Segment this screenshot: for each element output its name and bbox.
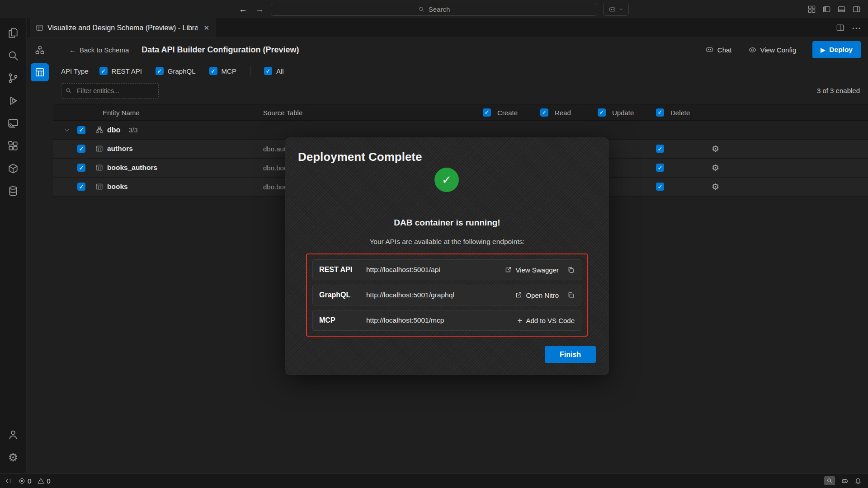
api-type-rest[interactable]: REST API (99, 67, 142, 75)
all-checkbox[interactable] (264, 67, 272, 75)
group-checkbox[interactable] (77, 126, 85, 134)
endpoint-label: MCP (319, 316, 366, 324)
remote-indicator-icon[interactable] (5, 478, 12, 484)
warnings-status[interactable]: 0 (38, 477, 50, 485)
api-type-label: API Type (61, 67, 89, 75)
back-arrow-icon: ← (69, 46, 76, 54)
settings-button[interactable]: ⚙ (2, 446, 24, 469)
cube-icon (7, 163, 19, 174)
rest-api-label: REST API (112, 67, 142, 75)
deploy-button[interactable]: ▶ Deploy (812, 41, 861, 58)
split-editor-icon[interactable] (836, 23, 844, 32)
notifications-bell-icon[interactable] (854, 477, 862, 484)
deploy-label: Deploy (829, 46, 853, 54)
row-checkbox[interactable] (77, 164, 85, 172)
row-checkbox[interactable] (77, 145, 85, 153)
add-to-vscode-link[interactable]: + Add to VS Code (517, 316, 575, 325)
endpoint-url: http://localhost:5001/graphql (366, 291, 515, 299)
external-link-icon (515, 291, 522, 299)
search-command-center[interactable]: Search (271, 3, 597, 16)
endpoint-action-label: View Swagger (515, 266, 559, 274)
dab-config-view-button[interactable] (31, 63, 49, 81)
back-label: Back to Schema (80, 46, 129, 54)
chat-icon (705, 46, 714, 54)
open-nitro-link[interactable]: Open Nitro (515, 291, 559, 299)
dialog-subtitle: Your APIs are available at the following… (285, 238, 609, 246)
customize-layout-icon[interactable] (807, 5, 816, 14)
table-icon (95, 145, 103, 153)
delete-checkbox[interactable] (656, 183, 664, 191)
hierarchy-icon (35, 46, 45, 56)
magnifier-icon (826, 478, 833, 484)
activity-bar: ⚙ (0, 18, 27, 473)
chevron-down-icon[interactable] (64, 127, 70, 133)
play-icon: ▶ (821, 47, 825, 53)
title-bar: ← → Search (0, 0, 868, 0)
copilot-dropdown[interactable] (603, 3, 629, 16)
view-config-button[interactable]: View Config (748, 46, 797, 54)
more-actions-icon[interactable]: ⋯ (852, 23, 861, 33)
run-debug-button[interactable] (2, 89, 24, 112)
filter-entities-input[interactable] (61, 83, 159, 99)
rest-api-checkbox[interactable] (99, 67, 108, 75)
delete-checkbox[interactable] (656, 145, 664, 153)
create-all-checkbox[interactable] (483, 108, 491, 117)
read-all-checkbox[interactable] (540, 108, 548, 117)
schema-group-row[interactable]: dbo 3/3 (53, 121, 868, 140)
row-checkbox[interactable] (77, 183, 85, 191)
copilot-status-icon[interactable] (841, 477, 849, 485)
toggle-panel-icon[interactable] (837, 5, 846, 14)
schema-view-button[interactable] (31, 42, 49, 60)
status-bar: 0 0 (0, 473, 868, 488)
accounts-button[interactable] (2, 423, 24, 446)
schema-designer-icon (36, 24, 43, 32)
containers-button[interactable] (2, 157, 24, 180)
tab-title: Visualize and Design Schema (Preview) - … (47, 24, 198, 32)
gear-icon: ⚙ (8, 452, 18, 463)
remote-monitor-icon (7, 117, 19, 129)
mcp-checkbox[interactable] (209, 67, 217, 75)
search-icon (65, 87, 72, 94)
tab-visualize-design-schema[interactable]: Visualize and Design Schema (Preview) - … (30, 18, 216, 38)
api-type-all[interactable]: All (264, 67, 284, 75)
mcp-label: MCP (222, 67, 236, 75)
page-title: Data API Builder Configuration (Preview) (142, 45, 299, 55)
forward-arrow-icon[interactable]: → (255, 5, 264, 14)
source-control-button[interactable] (2, 67, 24, 89)
errors-status[interactable]: 0 (19, 477, 31, 485)
col-source-table: Source Table (263, 108, 302, 116)
delete-all-checkbox[interactable] (656, 108, 664, 117)
finish-button[interactable]: Finish (545, 346, 596, 363)
endpoint-row-mcp: MCP http://localhost:5001/mcp + Add to V… (312, 310, 581, 331)
database-projects-button[interactable] (2, 180, 24, 202)
graphql-label: GraphQL (168, 67, 196, 75)
toggle-secondary-sidebar-icon[interactable] (852, 5, 861, 14)
copilot-icon (609, 5, 616, 13)
back-to-schema-link[interactable]: ← Back to Schema (69, 46, 129, 54)
toggle-sidebar-icon[interactable] (822, 5, 831, 14)
designer-tool-strip (27, 38, 53, 473)
api-type-graphql[interactable]: GraphQL (156, 67, 196, 75)
search-button[interactable] (2, 44, 24, 67)
copy-icon[interactable] (567, 291, 575, 299)
close-icon[interactable]: ✕ (202, 23, 211, 33)
table-header-row: Entity Name Source Table Create Read Upd… (53, 104, 868, 121)
explorer-button[interactable] (2, 22, 24, 44)
row-settings-gear-icon[interactable]: ⚙ (712, 183, 719, 191)
remote-explorer-button[interactable] (2, 112, 24, 135)
view-swagger-link[interactable]: View Swagger (505, 266, 559, 274)
zoom-indicator[interactable] (824, 476, 835, 485)
graphql-checkbox[interactable] (156, 67, 164, 75)
extensions-icon (7, 140, 19, 152)
update-all-checkbox[interactable] (598, 108, 606, 117)
copy-icon[interactable] (567, 266, 575, 274)
api-type-mcp[interactable]: MCP (209, 67, 236, 75)
extensions-button[interactable] (2, 135, 24, 157)
col-entity-name: Entity Name (103, 108, 140, 116)
delete-checkbox[interactable] (656, 164, 664, 172)
chat-button[interactable]: Chat (705, 46, 732, 54)
back-arrow-icon[interactable]: ← (239, 5, 247, 14)
row-settings-gear-icon[interactable]: ⚙ (712, 164, 719, 172)
warning-count: 0 (47, 477, 50, 485)
row-settings-gear-icon[interactable]: ⚙ (712, 145, 719, 153)
